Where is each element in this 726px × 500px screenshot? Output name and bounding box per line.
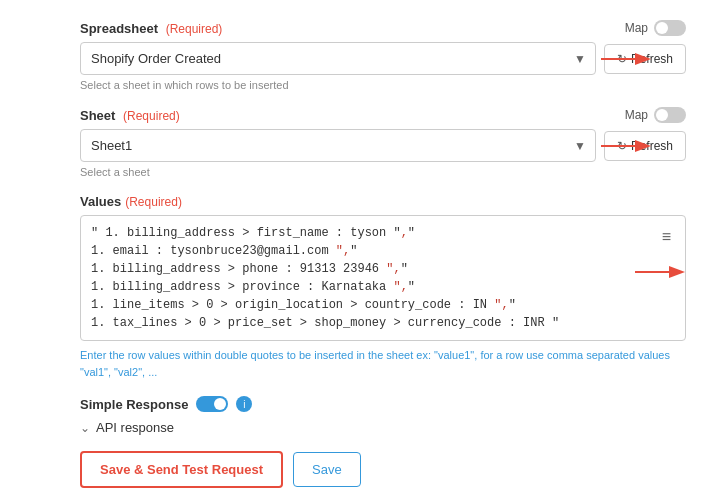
sheet-red-arrow [601, 136, 656, 156]
spreadsheet-select[interactable]: Shopify Order Created [80, 42, 596, 75]
spreadsheet-hint: Select a sheet in which rows to be inser… [80, 79, 686, 91]
save-send-button[interactable]: Save & Send Test Request [80, 451, 283, 488]
values-line-6: 1. tax_lines > 0 > price_set > shop_mone… [91, 314, 650, 332]
values-line-3: 1. billing_address > phone : 91313 23946… [91, 260, 650, 278]
values-line-2: 1. email : tysonbruce23@gmail.com "," [91, 242, 650, 260]
spreadsheet-red-arrow [601, 49, 656, 69]
sheet-map-label: Map [625, 108, 648, 122]
values-red-arrow [635, 262, 690, 282]
values-line-4: 1. billing_address > province : Karnatak… [91, 278, 650, 296]
save-button[interactable]: Save [293, 452, 361, 487]
sheet-map-toggle[interactable] [654, 107, 686, 123]
sheet-required: (Required) [123, 109, 180, 123]
sheet-hint: Select a sheet [80, 166, 686, 178]
values-line-1: " 1. billing_address > first_name : tyso… [91, 224, 650, 242]
spreadsheet-label: Spreadsheet [80, 21, 158, 36]
values-label: Values [80, 194, 121, 209]
sheet-select-wrapper: Sheet1 ▼ [80, 129, 596, 162]
values-required: (Required) [125, 195, 182, 209]
sheet-label: Sheet [80, 108, 115, 123]
values-content: " 1. billing_address > first_name : tyso… [91, 224, 650, 332]
spreadsheet-map-toggle[interactable] [654, 20, 686, 36]
spreadsheet-select-wrapper: Shopify Order Created ▼ [80, 42, 596, 75]
api-response-label: API response [96, 420, 174, 435]
spreadsheet-map-label: Map [625, 21, 648, 35]
simple-response-label: Simple Response [80, 397, 188, 412]
api-response-chevron[interactable]: ⌄ [80, 421, 90, 435]
spreadsheet-required: (Required) [166, 22, 223, 36]
values-line-5: 1. line_items > 0 > origin_location > co… [91, 296, 650, 314]
hamburger-icon[interactable]: ≡ [658, 224, 675, 250]
simple-response-toggle[interactable] [196, 396, 228, 412]
sheet-select[interactable]: Sheet1 [80, 129, 596, 162]
values-help-text: Enter the row values within double quote… [80, 347, 686, 380]
info-icon[interactable]: i [236, 396, 252, 412]
